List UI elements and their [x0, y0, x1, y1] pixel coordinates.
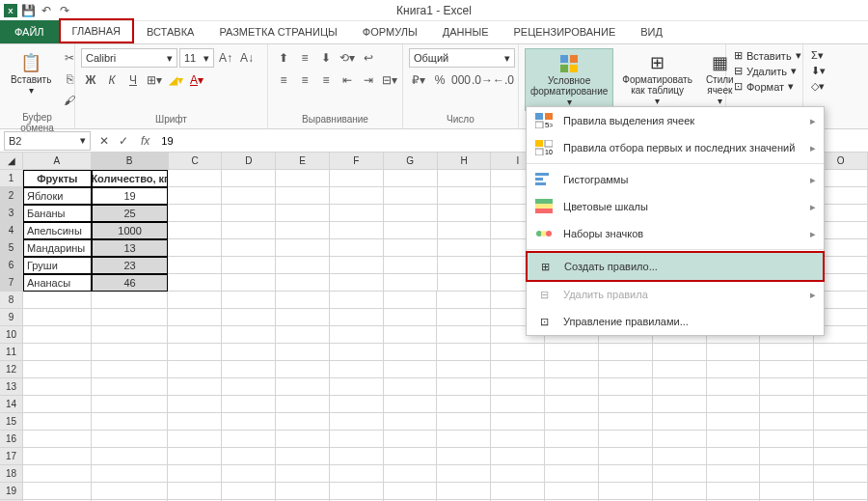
cell[interactable]: [168, 361, 222, 378]
cell[interactable]: Бананы: [23, 205, 92, 222]
cell[interactable]: [545, 431, 599, 448]
cell[interactable]: [168, 257, 222, 274]
indent-inc-button[interactable]: ⇥: [359, 70, 378, 90]
cell[interactable]: [276, 431, 330, 448]
cell[interactable]: 25: [92, 205, 169, 222]
cell[interactable]: [168, 309, 222, 326]
cell[interactable]: [330, 257, 384, 274]
cell[interactable]: [491, 361, 545, 378]
cell[interactable]: [276, 413, 330, 431]
cell[interactable]: [168, 483, 222, 500]
cell[interactable]: [437, 326, 491, 344]
col-header-F[interactable]: F: [330, 153, 384, 170]
cell[interactable]: [707, 344, 761, 361]
cell[interactable]: [222, 448, 276, 465]
cell[interactable]: 13: [92, 239, 169, 257]
cell[interactable]: [222, 292, 276, 309]
font-size-combo[interactable]: 11▾: [179, 48, 214, 68]
select-all-button[interactable]: ◢: [0, 153, 23, 170]
cell[interactable]: [707, 413, 761, 431]
cell[interactable]: [545, 448, 599, 465]
cell[interactable]: [330, 413, 384, 431]
cell[interactable]: [168, 378, 222, 396]
cell[interactable]: [168, 205, 222, 222]
cell[interactable]: [438, 222, 492, 239]
cell[interactable]: [92, 292, 169, 309]
cell[interactable]: [437, 431, 491, 448]
cell[interactable]: [814, 361, 868, 378]
menu-top-bottom-rules[interactable]: 10 Правила отбора первых и последних зна…: [527, 134, 824, 161]
cell[interactable]: [330, 170, 384, 187]
col-header-E[interactable]: E: [276, 153, 330, 170]
bold-button[interactable]: Ж: [81, 70, 100, 90]
row-header[interactable]: 4: [0, 222, 23, 239]
cell[interactable]: [92, 361, 169, 378]
clear-button[interactable]: ◇▾: [809, 79, 836, 94]
cell[interactable]: [653, 413, 707, 431]
currency-button[interactable]: ₽▾: [409, 70, 428, 90]
inc-decimal-button[interactable]: .0→: [473, 70, 492, 90]
cell[interactable]: [222, 326, 276, 344]
cell[interactable]: [330, 465, 384, 483]
cell[interactable]: [599, 396, 653, 413]
cell[interactable]: [23, 326, 92, 344]
menu-data-bars[interactable]: Гистограммы▸: [527, 166, 824, 193]
cell[interactable]: [23, 344, 92, 361]
italic-button[interactable]: К: [102, 70, 122, 90]
cell[interactable]: [23, 431, 92, 448]
cell[interactable]: [599, 448, 653, 465]
cell[interactable]: [330, 187, 384, 205]
cell[interactable]: [384, 205, 438, 222]
cell[interactable]: [814, 344, 868, 361]
cell[interactable]: [222, 274, 276, 292]
cell[interactable]: [330, 205, 384, 222]
cell[interactable]: [491, 448, 545, 465]
cell[interactable]: [330, 361, 384, 378]
save-button[interactable]: 💾: [20, 3, 36, 18]
font-name-combo[interactable]: Calibri▾: [81, 48, 177, 68]
cell[interactable]: [276, 326, 330, 344]
row-header[interactable]: 10: [0, 326, 23, 344]
cell[interactable]: [276, 257, 330, 274]
align-bottom-button[interactable]: ⬇: [316, 48, 336, 68]
cell[interactable]: [653, 361, 707, 378]
cell[interactable]: [92, 326, 169, 344]
cell[interactable]: [330, 239, 384, 257]
cell[interactable]: [222, 257, 276, 274]
font-color-button[interactable]: A▾: [187, 70, 206, 90]
cell[interactable]: [491, 483, 545, 500]
menu-new-rule[interactable]: ⊞ Создать правило...: [526, 251, 825, 282]
cell[interactable]: [653, 344, 707, 361]
cell[interactable]: [545, 483, 599, 500]
row-header[interactable]: 11: [0, 344, 23, 361]
align-center-button[interactable]: ≡: [295, 70, 314, 90]
cell[interactable]: [276, 396, 330, 413]
cell[interactable]: Апельсины: [23, 222, 92, 239]
cell[interactable]: [92, 465, 169, 483]
cell[interactable]: [384, 448, 438, 465]
cell[interactable]: [23, 292, 92, 309]
cell[interactable]: Мандарины: [23, 239, 92, 257]
col-header-G[interactable]: G: [384, 153, 438, 170]
cell[interactable]: [707, 378, 761, 396]
comma-button[interactable]: 000: [451, 70, 471, 90]
cell[interactable]: [653, 448, 707, 465]
cell[interactable]: [438, 239, 492, 257]
grow-font-button[interactable]: A↑: [216, 48, 235, 68]
cell[interactable]: [814, 448, 868, 465]
cell[interactable]: [23, 396, 92, 413]
cell[interactable]: Ананасы: [23, 274, 92, 292]
cell[interactable]: [814, 465, 868, 483]
cell[interactable]: [168, 187, 222, 205]
cell[interactable]: [760, 378, 814, 396]
cell[interactable]: [760, 413, 814, 431]
cell[interactable]: [491, 465, 545, 483]
cell[interactable]: [437, 378, 491, 396]
cell[interactable]: [276, 465, 330, 483]
redo-button[interactable]: ↷: [57, 3, 72, 18]
cell[interactable]: [222, 431, 276, 448]
cell[interactable]: [23, 309, 92, 326]
align-right-button[interactable]: ≡: [316, 70, 336, 90]
percent-button[interactable]: %: [430, 70, 449, 90]
col-header-A[interactable]: A: [23, 153, 92, 170]
